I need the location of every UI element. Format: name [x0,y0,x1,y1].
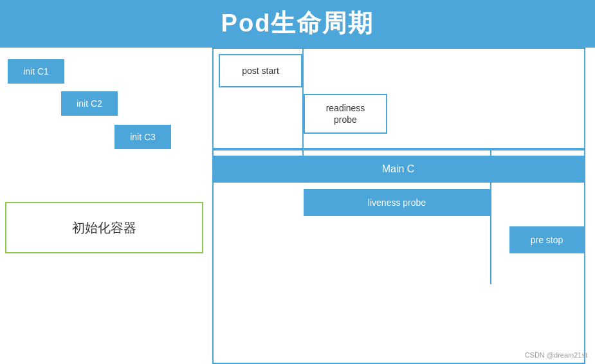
pre-stop-block: pre stop [509,226,584,253]
post-start-block: post start [219,54,302,87]
init-container-box: 初始化容器 [5,202,203,253]
init-c1-block: init C1 [8,59,64,84]
vline-left [212,48,214,364]
diagram-area: init C1 init C2 init C3 post start readi… [0,46,595,364]
page-title: Pod生命周期 [221,7,374,40]
main-c-block: Main C [212,156,584,183]
readiness-probe-block: readinessprobe [304,94,387,134]
hline-mid [212,149,584,150]
readiness-probe-text: readinessprobe [326,102,365,125]
watermark: CSDN @dream21st [525,351,587,359]
init-c2-block: init C2 [61,91,118,116]
right-border [584,48,585,364]
title-bar: Pod生命周期 [0,0,595,46]
page-container: Pod生命周期 init C1 init C2 init C3 [0,0,595,364]
init-container-label: 初始化容器 [72,219,136,237]
liveness-probe-block: liveness probe [304,189,490,216]
init-c3-block: init C3 [114,125,171,149]
